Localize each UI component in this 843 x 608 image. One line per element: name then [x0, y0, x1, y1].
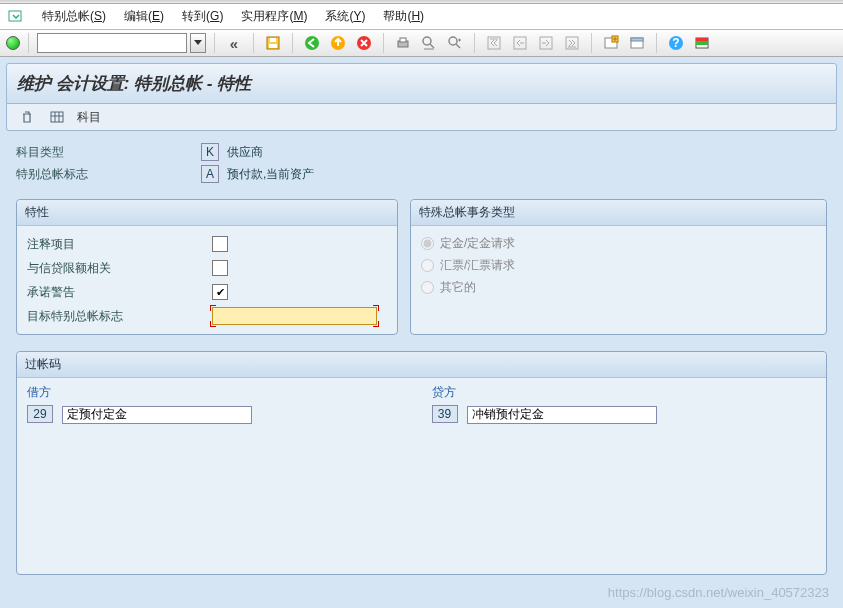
debit-code: 29	[27, 405, 53, 423]
noted-items-label: 注释项目	[27, 236, 212, 253]
transaction-type-panel: 特殊总帐事务类型 定金/定金请求 汇票/汇票请求 其它的	[410, 199, 827, 335]
next-page-button[interactable]	[535, 33, 557, 53]
account-type-code: K	[201, 143, 219, 161]
debit-column: 借方 29	[27, 384, 412, 424]
posting-keys-title: 过帐码	[17, 352, 826, 378]
save-button[interactable]	[262, 33, 284, 53]
properties-title: 特性	[17, 200, 397, 226]
menu-dropdown-icon[interactable]	[8, 9, 24, 25]
svg-rect-20	[631, 38, 643, 41]
create-shortcut-button[interactable]	[626, 33, 648, 53]
command-dropdown-button[interactable]	[190, 33, 206, 53]
transaction-type-title: 特殊总帐事务类型	[411, 200, 826, 226]
svg-line-12	[456, 44, 460, 48]
nav-cancel-button[interactable]	[353, 33, 375, 53]
sgl-indicator-label: 特别总帐标志	[16, 166, 201, 183]
credit-title: 贷方	[432, 384, 817, 401]
prev-page-button[interactable]	[509, 33, 531, 53]
sgl-indicator-text: 预付款,当前资产	[227, 166, 314, 183]
credit-limit-label: 与信贷限额相关	[27, 260, 212, 277]
commitment-warning-label: 承诺警告	[27, 284, 212, 301]
overview-icon[interactable]	[47, 108, 67, 126]
radio-down-payment[interactable]: 定金/定金请求	[421, 232, 816, 254]
svg-rect-25	[696, 41, 708, 45]
accounts-button[interactable]: 科目	[77, 109, 101, 126]
properties-panel: 特性 注释项目 与信贷限额相关 承诺警告 目标特别总帐标志	[16, 199, 398, 335]
new-session-button[interactable]	[600, 33, 622, 53]
target-sgl-input[interactable]	[212, 307, 377, 325]
last-page-button[interactable]	[561, 33, 583, 53]
svg-point-11	[449, 37, 457, 45]
debit-title: 借方	[27, 384, 412, 401]
nav-back-button[interactable]	[301, 33, 323, 53]
commitment-warning-checkbox[interactable]	[212, 284, 228, 300]
find-button[interactable]	[418, 33, 440, 53]
delete-icon[interactable]	[17, 108, 37, 126]
menu-goto[interactable]: 转到(G)	[182, 8, 223, 25]
app-toolbar: 科目	[6, 104, 837, 131]
credit-text-input[interactable]	[467, 406, 657, 424]
account-type-label: 科目类型	[16, 144, 201, 161]
menu-edit[interactable]: 编辑(E)	[124, 8, 164, 25]
target-sgl-label: 目标特别总帐标志	[27, 308, 212, 325]
toolbar: « ?	[0, 30, 843, 57]
credit-limit-checkbox[interactable]	[212, 260, 228, 276]
command-input[interactable]	[37, 33, 187, 53]
back-button[interactable]: «	[223, 33, 245, 53]
menu-system[interactable]: 系统(Y)	[325, 8, 365, 25]
posting-keys-panel: 过帐码 借方 29 贷方 39	[16, 351, 827, 575]
svg-point-9	[423, 37, 431, 45]
page-title: 维护 会计设置: 特别总帐 - 特性	[6, 63, 837, 104]
first-page-button[interactable]	[483, 33, 505, 53]
radio-others[interactable]: 其它的	[421, 276, 816, 298]
sgl-indicator-code: A	[201, 165, 219, 183]
radio-bill-exchange[interactable]: 汇票/汇票请求	[421, 254, 816, 276]
debit-text-input[interactable]	[62, 406, 252, 424]
nav-exit-button[interactable]	[327, 33, 349, 53]
svg-rect-3	[270, 38, 276, 42]
layout-button[interactable]	[691, 33, 713, 53]
svg-rect-26	[51, 112, 63, 122]
status-ok-icon[interactable]	[6, 36, 20, 50]
find-next-button[interactable]	[444, 33, 466, 53]
svg-rect-2	[269, 44, 277, 48]
account-type-text: 供应商	[227, 144, 263, 161]
noted-items-checkbox[interactable]	[212, 236, 228, 252]
menu-utilities[interactable]: 实用程序(M)	[241, 8, 307, 25]
svg-point-4	[305, 36, 319, 50]
help-button[interactable]: ?	[665, 33, 687, 53]
menu-help[interactable]: 帮助(H)	[383, 8, 424, 25]
watermark: https://blog.csdn.net/weixin_40572323	[608, 585, 829, 600]
credit-code: 39	[432, 405, 458, 423]
menubar: 特别总帐(S) 编辑(E) 转到(G) 实用程序(M) 系统(Y) 帮助(H)	[0, 4, 843, 30]
print-button[interactable]	[392, 33, 414, 53]
svg-rect-8	[400, 38, 406, 42]
svg-line-10	[430, 44, 434, 48]
content-area: 科目类型 K 供应商 特别总帐标志 A 预付款,当前资产 特性 注释项目 与信贷…	[0, 141, 843, 575]
credit-column: 贷方 39	[432, 384, 817, 424]
svg-text:?: ?	[672, 36, 679, 50]
menu-special-gl[interactable]: 特别总帐(S)	[42, 8, 106, 25]
svg-rect-24	[696, 38, 708, 41]
